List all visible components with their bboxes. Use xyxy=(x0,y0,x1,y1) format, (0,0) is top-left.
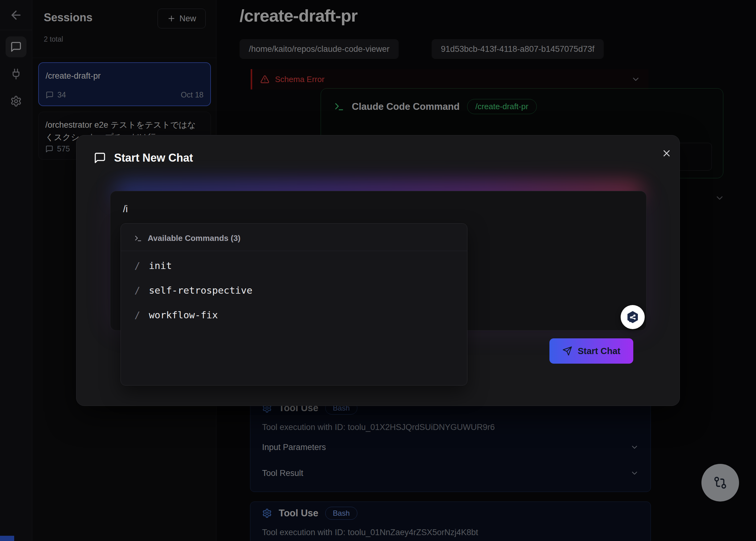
divider xyxy=(121,251,467,251)
command-prefix: / xyxy=(135,260,140,271)
start-chat-label: Start Chat xyxy=(578,346,621,356)
command-option-workflow-fix[interactable]: /workflow-fix xyxy=(135,309,218,320)
autocomplete-header: Available Commands (3) xyxy=(134,234,240,243)
message-input-value: /i xyxy=(123,204,128,215)
command-name: self-retrospective xyxy=(149,285,252,296)
command-prefix: / xyxy=(135,309,140,320)
command-option-self-retrospective[interactable]: /self-retrospective xyxy=(135,285,252,296)
extension-badge-button[interactable] xyxy=(621,305,645,329)
modal-header: Start New Chat xyxy=(94,152,193,164)
command-name: workflow-fix xyxy=(149,309,218,320)
command-option-init[interactable]: /init xyxy=(135,260,172,271)
start-chat-button[interactable]: Start Chat xyxy=(550,338,633,364)
send-icon xyxy=(563,346,572,356)
autocomplete-header-label: Available Commands (3) xyxy=(148,234,240,243)
close-modal-button[interactable] xyxy=(660,147,673,160)
hexagon-share-icon xyxy=(625,310,640,324)
close-icon xyxy=(661,148,672,159)
terminal-icon xyxy=(134,235,142,243)
start-new-chat-modal: Start New Chat /i Available Commands (3)… xyxy=(76,135,680,406)
command-autocomplete-dropdown: Available Commands (3) /init /self-retro… xyxy=(121,223,467,385)
command-prefix: / xyxy=(135,285,140,296)
message-input[interactable]: /i Available Commands (3) /init /self-re… xyxy=(110,191,646,331)
command-name: init xyxy=(149,260,172,271)
message-square-icon xyxy=(94,152,106,164)
modal-title: Start New Chat xyxy=(114,152,193,164)
